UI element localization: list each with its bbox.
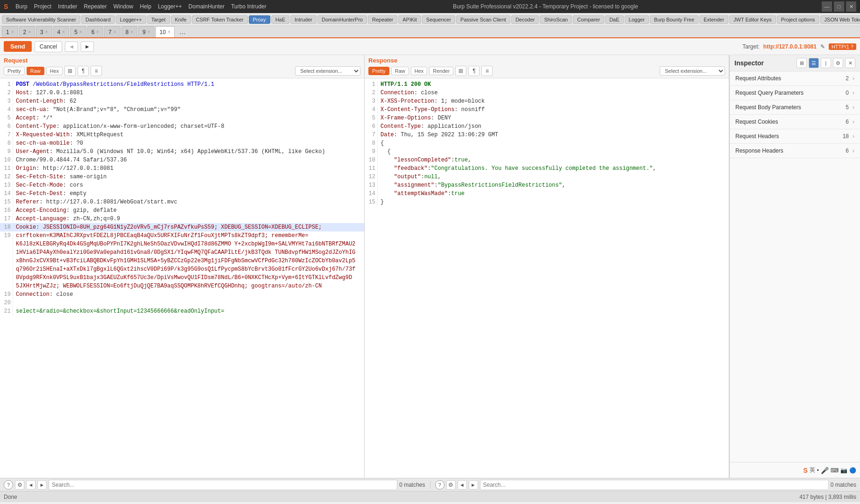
close-tab-10[interactable]: × — [168, 29, 170, 35]
req-menu-icon[interactable]: ≡ — [91, 66, 102, 76]
menu-turbointruder[interactable]: Turbo Intruder — [228, 2, 269, 11]
rep-tab-6[interactable]: 6× — [87, 26, 104, 37]
maximize-button[interactable]: □ — [834, 1, 844, 12]
forward-arrow[interactable]: ► — [81, 42, 94, 52]
close-tab-3[interactable]: × — [45, 29, 48, 35]
res-hex-btn[interactable]: Hex — [411, 67, 428, 75]
res-menu-icon[interactable]: ≡ — [481, 66, 493, 76]
menu-window[interactable]: Window — [111, 2, 136, 11]
ext-shiroscan[interactable]: ShiroScan — [540, 15, 572, 24]
request-code-area[interactable]: 1 POST /WebGoat/BypassRestrictions/Field… — [0, 78, 364, 478]
ext-domainhunterpro[interactable]: DomainHunterPro — [317, 15, 367, 24]
rep-tab-4[interactable]: 4× — [53, 26, 70, 37]
left-search-input[interactable] — [49, 480, 397, 490]
ext-csrf[interactable]: CSRF Token Tracker — [192, 15, 248, 24]
ext-loggerpp[interactable]: Logger++ — [116, 15, 146, 24]
inspector-list-btn[interactable]: ☰ — [809, 58, 819, 68]
left-gear-btn[interactable]: ⚙ — [15, 480, 24, 490]
close-tab-6[interactable]: × — [96, 29, 99, 35]
inspector-close-btn[interactable]: ✕ — [845, 58, 855, 68]
close-tab-1[interactable]: × — [11, 29, 14, 35]
close-tab-5[interactable]: × — [79, 29, 82, 35]
menu-intruder[interactable]: Intruder — [55, 2, 80, 11]
inspector-gear-btn[interactable]: ⚙ — [833, 58, 843, 68]
ext-hae[interactable]: HaE — [271, 15, 289, 24]
left-fwd-btn[interactable]: ► — [37, 480, 47, 490]
ext-passive-scan[interactable]: Passive Scan Client — [456, 15, 510, 24]
inspector-request-body-params[interactable]: Request Body Parameters 5 › — [730, 100, 860, 115]
right-gear-btn[interactable]: ⚙ — [446, 480, 456, 490]
http-version-badge[interactable]: HTTP/1 ? — [829, 43, 856, 50]
rep-tab-8[interactable]: 8× — [121, 26, 138, 37]
res-extension-select[interactable]: Select extension... — [660, 66, 725, 76]
inspector-request-headers[interactable]: Request Headers 18 › — [730, 129, 860, 144]
send-button[interactable]: Send — [4, 41, 32, 52]
rep-tab-7[interactable]: 7× — [104, 26, 120, 37]
left-back-btn[interactable]: ◄ — [26, 480, 35, 490]
ext-jwteditor[interactable]: JWT Editor Keys — [729, 15, 776, 24]
menu-burp[interactable]: Burp — [13, 2, 30, 11]
back-arrow[interactable]: ◄ — [65, 42, 78, 52]
inspector-response-headers[interactable]: Response Headers 6 › — [730, 144, 860, 158]
right-help-btn[interactable]: ? — [435, 480, 444, 490]
res-render-btn[interactable]: Render — [429, 67, 453, 75]
ext-apikit[interactable]: APIKit — [398, 15, 421, 24]
ext-sequencer[interactable]: Sequencer — [422, 15, 455, 24]
ext-jsonwebtokens[interactable]: JSON Web Tokens — [820, 15, 860, 24]
req-raw-btn[interactable]: Raw — [27, 67, 44, 75]
ext-projectoptions[interactable]: Project options — [777, 15, 819, 24]
rep-tab-3[interactable]: 3× — [36, 26, 52, 37]
ext-dashboard[interactable]: Dashboard — [81, 15, 115, 24]
req-hex-btn[interactable]: Hex — [46, 67, 63, 75]
ext-dae[interactable]: DaE — [605, 15, 623, 24]
ext-logger[interactable]: Logger — [625, 15, 649, 24]
right-fwd-btn[interactable]: ► — [469, 480, 478, 490]
ext-software-vuln-scanner[interactable]: Software Vulnerability Scanner — [2, 15, 80, 24]
ext-extender[interactable]: Extender — [699, 15, 728, 24]
rep-tab-2[interactable]: 2× — [19, 26, 35, 37]
ext-target[interactable]: Target — [147, 15, 170, 24]
res-raw-btn[interactable]: Raw — [391, 67, 409, 75]
req-special-icon[interactable]: ⊞ — [64, 66, 76, 76]
close-tab-4[interactable]: × — [62, 29, 65, 35]
rep-tab-1[interactable]: 1× — [2, 26, 18, 37]
close-tab-7[interactable]: × — [113, 29, 116, 35]
more-tabs[interactable]: ... — [176, 26, 189, 37]
ext-burpbounty[interactable]: Burp Bounty Free — [650, 15, 698, 24]
menu-project[interactable]: Project — [31, 2, 54, 11]
ext-proxy[interactable]: Proxy — [249, 15, 270, 24]
rep-tab-5[interactable]: 5× — [70, 26, 86, 37]
res-pretty-btn[interactable]: Pretty — [368, 67, 389, 75]
close-button[interactable]: ✕ — [846, 1, 856, 12]
ext-repeater[interactable]: Repeater — [368, 15, 397, 24]
edit-target-icon[interactable]: ✎ — [820, 43, 825, 50]
menu-logger[interactable]: Logger++ — [155, 2, 184, 11]
menu-help[interactable]: Help — [137, 2, 154, 11]
req-ln-icon[interactable]: ¶ — [78, 66, 89, 76]
right-back-btn[interactable]: ◄ — [458, 480, 467, 490]
inspector-request-attributes[interactable]: Request Attributes 2 › — [730, 71, 860, 86]
menu-repeater[interactable]: Repeater — [81, 2, 109, 11]
response-code-area[interactable]: 1 HTTP/1.1 200 OK 2 Connection: close 3 … — [365, 78, 729, 478]
right-search-input[interactable] — [480, 480, 829, 490]
rep-tab-9[interactable]: 9× — [138, 26, 155, 37]
minimize-button[interactable]: — — [822, 1, 832, 12]
inspector-separator-btn[interactable]: | — [821, 58, 831, 68]
inspector-grid-btn[interactable]: ⊞ — [797, 58, 807, 68]
left-help-btn[interactable]: ? — [4, 480, 13, 490]
res-ln-icon[interactable]: ¶ — [468, 66, 479, 76]
close-tab-8[interactable]: × — [130, 29, 133, 35]
menu-domainhunter[interactable]: DomainHunter — [186, 2, 227, 11]
inspector-request-query-params[interactable]: Request Query Parameters 0 › — [730, 86, 860, 100]
cancel-button[interactable]: Cancel — [35, 41, 62, 52]
ext-intruder[interactable]: Intruder — [290, 15, 317, 24]
req-extension-select[interactable]: Select extension... — [295, 66, 360, 76]
ext-decoder[interactable]: Decoder — [511, 15, 539, 24]
ext-comparer[interactable]: Comparer — [573, 15, 604, 24]
close-tab-2[interactable]: × — [28, 29, 31, 35]
rep-tab-10[interactable]: 10× — [155, 26, 175, 38]
res-special-icon[interactable]: ⊞ — [455, 66, 466, 76]
inspector-request-cookies[interactable]: Request Cookies 6 › — [730, 115, 860, 129]
close-tab-9[interactable]: × — [148, 29, 150, 35]
req-pretty-btn[interactable]: Pretty — [4, 67, 25, 75]
